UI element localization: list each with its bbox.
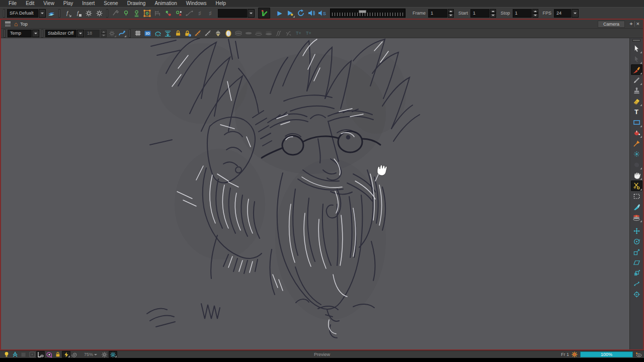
menu-view[interactable]: View bbox=[39, 0, 59, 7]
stop-spinbox[interactable]: 1 bbox=[513, 9, 538, 18]
render-settings-gear-icon[interactable] bbox=[100, 351, 109, 358]
draw-behind-icon[interactable] bbox=[193, 29, 203, 38]
3d-view-icon[interactable]: 3D bbox=[143, 29, 152, 38]
stroke-smooth-tool-button[interactable] bbox=[631, 149, 642, 159]
show-grid-icon[interactable] bbox=[133, 29, 142, 38]
auto-render-lightning-icon[interactable] bbox=[62, 351, 70, 358]
play-button[interactable]: ▶ bbox=[275, 8, 285, 18]
flip-tool-button[interactable] bbox=[631, 279, 642, 289]
timeline-scrub-slider[interactable] bbox=[330, 9, 406, 18]
ink-tool-button[interactable] bbox=[631, 138, 642, 149]
onion-before-icon[interactable]: ♯ bbox=[195, 8, 205, 18]
brush-tool-button[interactable] bbox=[631, 64, 642, 75]
scrub-handle[interactable] bbox=[359, 10, 366, 13]
chevron-down-icon[interactable] bbox=[32, 30, 39, 37]
add-text-layer-icon[interactable]: T+ bbox=[294, 29, 303, 38]
stabilizer-dropdown[interactable]: Stabilizer Off bbox=[45, 30, 84, 37]
thumbnail-preview-icon[interactable] bbox=[28, 351, 36, 358]
lock-sync-icon[interactable] bbox=[183, 29, 193, 38]
workspace-icon[interactable] bbox=[46, 8, 56, 18]
gear-icon[interactable] bbox=[84, 8, 94, 18]
camera-eye-icon[interactable] bbox=[635, 352, 642, 357]
sound-scrubbing-button[interactable]: S bbox=[317, 8, 327, 18]
home-icon[interactable]: ⌂ bbox=[14, 21, 18, 27]
show-functions-icon[interactable]: ƒ bbox=[62, 8, 72, 18]
chevron-down-icon[interactable] bbox=[248, 9, 255, 18]
onion-opacity-4-icon[interactable] bbox=[264, 29, 273, 38]
chevron-down-icon[interactable] bbox=[77, 30, 84, 37]
pivot-tool-button[interactable] bbox=[631, 289, 642, 300]
shape-tool-button[interactable] bbox=[631, 117, 642, 128]
set-ease-icon[interactable] bbox=[184, 8, 194, 18]
menu-drawing[interactable]: Drawing bbox=[123, 0, 150, 7]
rotate-tool-button[interactable] bbox=[631, 236, 642, 247]
frame-value[interactable]: 1 bbox=[428, 9, 447, 18]
ease-editor-icon[interactable] bbox=[152, 8, 163, 18]
translate-tool-button[interactable] bbox=[631, 226, 642, 236]
chevron-down-icon[interactable] bbox=[94, 354, 97, 357]
view-menu-icon[interactable] bbox=[5, 22, 11, 26]
rigging-icon[interactable] bbox=[110, 8, 120, 18]
scale-tool-button[interactable] bbox=[631, 247, 642, 257]
toolbar-drag-handle[interactable] bbox=[58, 9, 60, 18]
menu-help[interactable]: Help bbox=[211, 0, 230, 7]
tool-preset-dropdown[interactable]: Temp bbox=[8, 30, 39, 37]
eraser-tool-button[interactable] bbox=[631, 96, 642, 107]
edit-texture-tool-button[interactable] bbox=[631, 202, 642, 212]
fps-value[interactable]: 24 bbox=[554, 9, 571, 18]
marquee-select-button[interactable] bbox=[631, 191, 642, 202]
toolbar-drag-handle[interactable] bbox=[41, 29, 43, 38]
frame-spinner[interactable] bbox=[448, 9, 454, 18]
stamp-tool-button[interactable] bbox=[631, 85, 642, 96]
maintain-size-tool-button[interactable] bbox=[631, 268, 642, 279]
stabilizer-settings-gear-icon[interactable] bbox=[107, 29, 117, 38]
safe-area-icon[interactable] bbox=[36, 351, 45, 358]
paint-tool-button[interactable] bbox=[631, 128, 642, 138]
mirror-view-icon[interactable] bbox=[223, 29, 233, 38]
menu-animation[interactable]: Animation bbox=[150, 0, 181, 7]
tab-camera[interactable]: Camera bbox=[598, 21, 625, 28]
stroke-smooth-preview-icon[interactable] bbox=[274, 29, 283, 38]
menu-play[interactable]: Play bbox=[59, 0, 77, 7]
stop-spinner[interactable] bbox=[532, 9, 538, 18]
play-selection-button[interactable] bbox=[285, 8, 295, 18]
menu-scene[interactable]: Scene bbox=[99, 0, 122, 7]
drawing-canvas[interactable] bbox=[1, 38, 629, 349]
toolbar-drag-handle[interactable] bbox=[106, 9, 108, 18]
toolbar-drag-handle[interactable] bbox=[129, 29, 131, 38]
auto-refresh-gear-icon[interactable] bbox=[109, 351, 117, 358]
start-spinbox[interactable]: 1 bbox=[470, 9, 496, 18]
onion-skin-marker-button[interactable] bbox=[631, 212, 642, 223]
menu-file[interactable]: File bbox=[4, 0, 21, 7]
fps-dropdown[interactable]: 24 bbox=[554, 9, 579, 18]
add-peg-icon[interactable] bbox=[121, 8, 131, 18]
lock-icon[interactable] bbox=[53, 351, 62, 358]
start-value[interactable]: 1 bbox=[470, 9, 490, 18]
onion-opacity-2-icon[interactable] bbox=[244, 29, 253, 38]
align-onion-icon[interactable] bbox=[163, 29, 173, 38]
auto-flatten-icon[interactable] bbox=[203, 29, 213, 38]
add-text-node-icon[interactable]: T+ bbox=[304, 29, 313, 38]
layer-dropdown[interactable] bbox=[218, 9, 255, 18]
chevron-down-icon[interactable] bbox=[39, 9, 46, 18]
onion-skin-icon[interactable] bbox=[153, 29, 163, 38]
onion-opacity-3-icon[interactable] bbox=[254, 29, 263, 38]
add-view-icon[interactable]: + bbox=[628, 21, 634, 27]
antialias-swirl-icon[interactable] bbox=[70, 351, 79, 358]
outline-preview-icon[interactable] bbox=[45, 351, 53, 358]
toolbar-drag-handle[interactable] bbox=[3, 9, 5, 18]
remove-keyframe-icon[interactable] bbox=[174, 8, 184, 18]
menu-edit[interactable]: Edit bbox=[21, 0, 39, 7]
loop-button[interactable] bbox=[296, 8, 306, 18]
start-spinner[interactable] bbox=[490, 9, 496, 18]
soft-render-icon[interactable] bbox=[11, 351, 19, 358]
transform-keyframe-icon[interactable] bbox=[142, 8, 152, 18]
gear-preset-icon[interactable] bbox=[94, 8, 104, 18]
onion-opacity-1-icon[interactable] bbox=[233, 29, 243, 38]
light-bulb-icon[interactable] bbox=[2, 351, 11, 358]
square-preview-icon[interactable] bbox=[19, 351, 28, 358]
chevron-down-icon[interactable] bbox=[572, 9, 579, 18]
light-table-icon[interactable] bbox=[213, 29, 223, 38]
cutter-tool-button[interactable] bbox=[631, 180, 642, 191]
close-view-icon[interactable]: × bbox=[634, 21, 641, 27]
